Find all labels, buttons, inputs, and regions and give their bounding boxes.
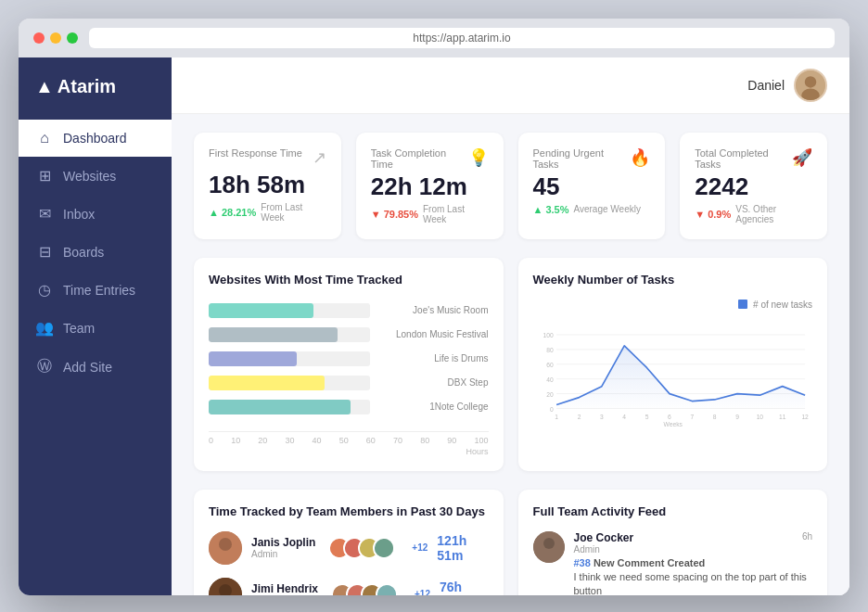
url-bar[interactable]: https://app.atarim.io <box>89 28 835 48</box>
axis-70: 70 <box>393 436 402 445</box>
svg-text:20: 20 <box>546 391 554 398</box>
activity-role: Admin <box>574 544 634 555</box>
svg-text:3: 3 <box>600 414 604 420</box>
avatar-small <box>376 583 398 595</box>
bar-track <box>209 400 370 414</box>
logo-label: Atarim <box>57 76 116 97</box>
member-name: Jimi Hendrix <box>251 582 318 595</box>
time-entries-icon: ◷ <box>35 281 54 299</box>
bar-fill <box>209 400 351 414</box>
sidebar-item-boards[interactable]: ⊟Boards <box>19 233 172 271</box>
svg-text:80: 80 <box>546 347 554 353</box>
activity-feed: Joe Cocker Admin 6h #38 New Comment Crea… <box>533 531 813 595</box>
stat-change: ▲ 3.5% Average Weekly <box>533 204 651 215</box>
avatar-group <box>328 537 395 559</box>
bar-track <box>209 303 370 318</box>
svg-point-1 <box>805 76 816 87</box>
line-chart-title: Weekly Number of Tasks <box>533 273 813 287</box>
svg-text:4: 4 <box>622 414 626 420</box>
nav-label: Inbox <box>63 207 95 222</box>
bar-label: Life is Drums <box>377 353 489 363</box>
line-chart-wrapper: 100 80 60 40 20 0 1 2 3 4 5 6 7 8 9 10 1… <box>533 317 813 441</box>
websites-icon: ⊞ <box>35 167 54 185</box>
sidebar-item-team[interactable]: 👥Team <box>19 309 172 347</box>
member-name: Janis Joplin <box>251 536 315 549</box>
svg-text:2: 2 <box>577 414 581 420</box>
svg-text:8: 8 <box>712 414 716 420</box>
stat-label: First Response Time ↗ <box>209 147 326 168</box>
svg-text:5: 5 <box>645 414 648 420</box>
bar-row: 1Note College <box>209 400 489 414</box>
stat-label: Pending Urgent Tasks 🔥 <box>533 147 651 170</box>
bar-fill <box>209 351 297 366</box>
stat-card-1: Task Completion Time 💡 22h 12m ▼ 79.85% … <box>356 133 504 239</box>
stat-label: Total Completed Tasks 🚀 <box>695 147 812 170</box>
activity-header: Joe Cocker Admin 6h <box>574 531 813 555</box>
svg-text:40: 40 <box>546 376 554 383</box>
stat-change: ▼ 79.85% From Last Week <box>371 204 489 224</box>
sidebar-item-websites[interactable]: ⊞Websites <box>19 157 172 195</box>
stat-card-0: First Response Time ↗ 18h 58m ▲ 28.21% F… <box>194 133 341 239</box>
chart-legend: # of new tasks <box>533 300 813 310</box>
app-container: ▲ Atarim ⌂Dashboard⊞Websites✉Inbox⊟Board… <box>19 57 849 595</box>
svg-text:0: 0 <box>550 405 554 412</box>
axis-40: 40 <box>313 436 322 445</box>
member-avatar <box>209 578 242 595</box>
nav-label: Time Entries <box>63 283 135 298</box>
stat-value: 2242 <box>695 173 812 200</box>
sidebar-item-time-entries[interactable]: ◷Time Entries <box>19 271 172 309</box>
bar-label: London Music Festival <box>377 329 489 339</box>
bar-row: Joe's Music Room <box>209 303 489 318</box>
sidebar-item-inbox[interactable]: ✉Inbox <box>19 195 172 233</box>
svg-text:100: 100 <box>542 332 553 338</box>
member-hours: 76h 36m <box>440 580 489 595</box>
axis-20: 20 <box>258 436 267 445</box>
stat-change: ▲ 28.21% From Last Week <box>209 202 326 223</box>
team-card: Time Tracked by Team Members in Past 30 … <box>194 490 504 595</box>
bar-axis: 0 10 20 30 40 50 60 70 80 90 100 <box>209 431 489 445</box>
navigation: ⌂Dashboard⊞Websites✉Inbox⊟Boards◷Time En… <box>19 120 172 387</box>
activity-item: Joe Cocker Admin 6h #38 New Comment Crea… <box>533 531 813 595</box>
stat-icon: 🚀 <box>792 147 812 168</box>
user-info: Daniel <box>747 69 827 102</box>
stat-value: 18h 58m <box>209 172 326 198</box>
bar-track <box>209 327 370 342</box>
activity-desc: #38 New Comment CreatedI think we need s… <box>574 556 813 595</box>
line-chart-card: Weekly Number of Tasks # of new tasks 10… <box>518 258 828 471</box>
sidebar-item-add-site[interactable]: ⓌAdd Site <box>19 347 172 387</box>
member-info: Jimi Hendrix Admin <box>251 582 318 595</box>
bar-label: Joe's Music Room <box>377 305 489 315</box>
avatar-group <box>331 583 398 595</box>
team-icon: 👥 <box>35 319 54 337</box>
svg-point-39 <box>377 585 398 595</box>
bar-fill <box>209 376 325 390</box>
member-info: Janis Joplin Admin <box>251 536 315 559</box>
sidebar-item-dashboard[interactable]: ⌂Dashboard <box>19 120 172 157</box>
bottom-row: Time Tracked by Team Members in Past 30 … <box>194 490 827 595</box>
nav-label: Team <box>63 321 95 336</box>
svg-text:6: 6 <box>668 414 671 420</box>
member-row: Jimi Hendrix Admin +12 76h 36m <box>209 578 489 595</box>
boards-icon: ⊟ <box>35 243 54 261</box>
svg-point-29 <box>219 538 232 551</box>
logo: ▲ Atarim <box>19 57 172 120</box>
axis-90: 90 <box>447 436 456 445</box>
bar-chart-title: Websites With Most Time Tracked <box>209 273 489 287</box>
member-hours: 121h 51m <box>437 533 488 563</box>
svg-text:7: 7 <box>690 414 694 420</box>
bar-track <box>209 351 370 366</box>
top-header: Daniel <box>172 57 849 114</box>
logo-text: ▲ Atarim <box>35 76 155 97</box>
more-count: +12 <box>415 589 430 595</box>
activity-avatar <box>533 531 565 563</box>
maximize-button[interactable] <box>67 32 78 44</box>
avatar <box>794 69 827 102</box>
line-chart-svg: 100 80 60 40 20 0 1 2 3 4 5 6 7 8 9 10 1… <box>533 317 813 438</box>
minimize-button[interactable] <box>50 32 61 44</box>
bar-row: Life is Drums <box>209 351 489 366</box>
activity-task: #38 <box>574 557 591 568</box>
close-button[interactable] <box>33 32 45 44</box>
main-content: Daniel First Response Time ↗ 18h 58m <box>172 57 849 595</box>
bar-track <box>209 376 370 390</box>
team-section-title: Time Tracked by Team Members in Past 30 … <box>209 504 489 518</box>
